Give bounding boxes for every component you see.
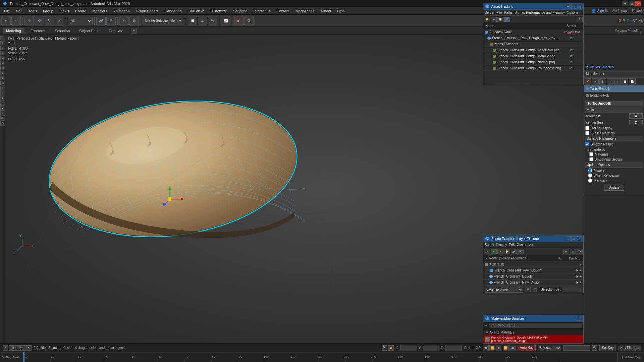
se-menu-select[interactable]: Select [485,243,494,247]
menu-civil-view[interactable]: Civil View [185,8,206,14]
align-btn[interactable]: ⊟ [129,16,139,25]
left-btn-13[interactable]: ◆ [0,96,5,101]
percent-btn[interactable]: % [208,16,217,25]
left-btn-2[interactable]: ⊕ [0,41,5,45]
mb-scene-materials-header[interactable]: ▼ Scene Materials [483,329,583,335]
left-btn-11[interactable]: ✦ [0,86,5,90]
at-row-basecolor[interactable]: French_Croissant_Dough_BaseColor.png Ok [483,47,583,53]
se-tool-close[interactable]: ✕ [484,249,490,254]
explicit-normals-checkbox[interactable] [585,131,589,135]
at-menu-bitmap[interactable]: Bitmap Performance and Memory [515,11,565,14]
play-btn[interactable]: ▶ [496,345,502,351]
menu-modifiers[interactable]: Modifiers [90,8,110,14]
prev-key-btn[interactable]: ⏪ [489,345,495,351]
scale-btn[interactable]: ⤢ [55,16,64,25]
mod-del-btn[interactable]: 🗑 [599,78,606,84]
left-btn-4[interactable]: ⊗ [0,51,5,55]
search-btn[interactable]: 🔍 [592,345,597,351]
smooth-result-checkbox[interactable] [585,142,589,146]
update-btn[interactable]: Update [604,184,624,191]
at-menu-file[interactable]: File [496,11,502,14]
at-row-file[interactable]: French_Croissant_Raw_Dough_max_vray.max … [483,35,583,41]
left-btn-17[interactable]: ◫ [0,116,5,121]
viewport-lock-btn[interactable]: 🔒 [388,345,394,351]
se-maximize-btn[interactable]: □ [571,236,576,241]
at-tool-4[interactable]: ⊞ [504,17,510,22]
tab-object-paint[interactable]: Object Paint [76,28,103,34]
at-tool-3[interactable]: 📋 [497,17,503,22]
create-selection-btn[interactable]: Create Selection Se... ▼ [143,17,184,24]
at-minimize-btn[interactable]: ─ [566,4,571,9]
at-maximize-btn[interactable]: □ [571,4,576,9]
smoothing-groups-checkbox[interactable] [589,157,593,161]
at-row-maps[interactable]: Maps / Shaders [483,41,583,47]
layer-explorer-dropdown[interactable]: Layer Explorer [485,287,523,293]
left-btn-6[interactable]: ⊡ [0,61,5,65]
menu-arnold[interactable]: Arnold [318,8,334,14]
left-btn-10[interactable]: ◎ [0,81,5,85]
menu-scripting[interactable]: Scripting [230,8,250,14]
se-row-dough[interactable]: French_Croissant_Dough ⚙ 👁 [483,274,583,280]
left-btn-9[interactable]: ◉ [0,76,5,80]
left-btn-14[interactable]: ◇ [0,101,5,106]
mb-close-btn[interactable]: ✕ [577,316,581,321]
mb-search-input[interactable] [489,323,582,328]
render-iters-input[interactable] [629,120,643,125]
isoline-checkbox[interactable] [585,126,589,130]
next-frame-btn[interactable]: ► [26,345,32,351]
left-btn-3[interactable]: ⊘ [0,46,5,50]
left-btn-7[interactable]: ⊠ [0,66,5,70]
mod-paste-btn[interactable]: 📄 [629,78,636,84]
modifier-turbosmooth[interactable]: TurboSmooth [584,85,644,92]
snap-angle-btn[interactable]: ∠ [198,16,207,25]
select-move-btn[interactable]: ✛ [35,16,44,25]
menu-animation[interactable]: Animation [111,8,132,14]
se-tool-filter[interactable]: ▼ [491,249,497,254]
left-btn-1[interactable]: ▸ [0,36,5,40]
timeline-ruler[interactable]: 10 20 30 40 50 60 70 80 90 100 110 120 1… [23,352,617,362]
se-menu-edit[interactable]: Edit [509,243,515,247]
ts-update-section[interactable]: Update Options [585,162,643,168]
menu-rendering[interactable]: Rendering [162,8,184,14]
menu-tools[interactable]: Tools [26,8,40,14]
left-btn-8[interactable]: ◈ [0,71,5,75]
manually-radio-input[interactable] [588,178,592,183]
selection-mode-dropdown[interactable]: All Geometry Shapes [68,17,93,24]
left-btn-15[interactable]: ▪ [0,106,5,111]
search-input[interactable] [563,345,590,351]
at-row-roughness[interactable]: French_Croissant_Dough_Roughness.png Ok [483,65,583,71]
always-radio-input[interactable] [588,168,592,173]
link-btn[interactable]: 🔗 [96,16,106,25]
mirror-btn[interactable]: ⇔ [119,16,129,25]
mb-material-row-0[interactable]: French_Croissant_Dough_MAT (VRayMtl) [Fr… [483,335,583,343]
se-menu-customize[interactable]: Customize [517,243,533,247]
next-key-btn[interactable]: ⏩ [503,345,509,351]
se-tool-1[interactable]: ⊞ [563,249,569,254]
mod-copy-btn[interactable]: 📋 [622,78,628,84]
pin-btn[interactable]: 📌 [585,78,591,84]
se-tool-2[interactable]: ⊡ [570,249,576,254]
selection-set-input[interactable] [562,287,582,292]
render-btn[interactable]: ▶ [234,16,244,25]
menu-group[interactable]: Group [40,8,56,14]
sub-toolbar-add-btn[interactable]: + [131,28,137,34]
se-close-btn[interactable]: ✕ [577,236,581,241]
maximize-btn[interactable]: □ [629,1,635,6]
at-close-btn[interactable]: ✕ [577,4,581,9]
materials-checkbox[interactable] [589,152,593,156]
play-end-btn[interactable]: ⏭ [509,345,516,351]
se-row-raw[interactable]: French_Croissant_Raw_Dough ⚙ 👁 [483,280,583,286]
se-tool-add[interactable]: + [497,249,503,254]
selected-dropdown[interactable]: Selected All Objects [538,345,561,351]
se-tool-3[interactable]: ⚙ [577,249,583,254]
auto-key-btn[interactable]: Auto Key [518,345,536,351]
se-row-0[interactable]: 0 (default) ▲ [483,261,583,267]
sign-in-btn[interactable]: Sign In [597,9,608,13]
at-row-normal[interactable]: French_Croissant_Dough_Normal.png Ok [483,59,583,65]
tab-selection[interactable]: Selection [51,28,73,34]
iterations-input[interactable] [629,113,643,119]
rotate-btn[interactable]: ↻ [45,16,54,25]
se-minimize-btn[interactable]: ─ [566,236,571,241]
left-btn-5[interactable]: ⊞ [0,56,5,60]
viewport-zoom-btn[interactable]: 🔍 [382,345,387,351]
